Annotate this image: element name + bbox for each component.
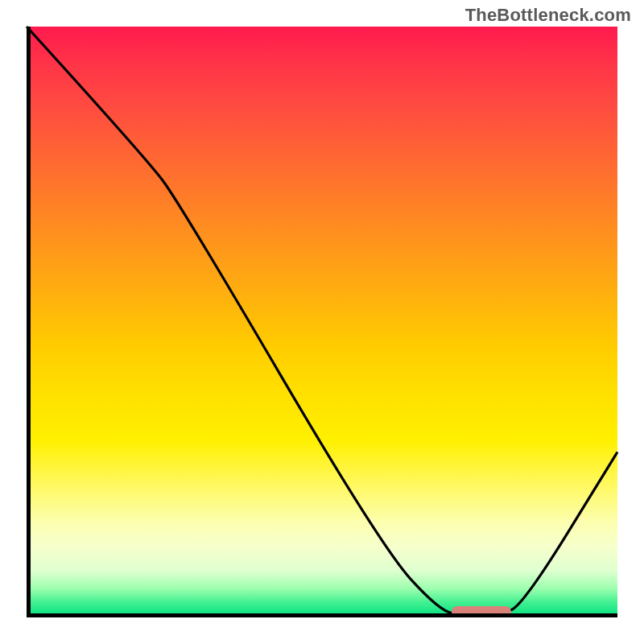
chart-frame: TheBottleneck.com: [0, 0, 644, 644]
highlight-marker: [452, 606, 510, 617]
plot-area: [27, 27, 617, 617]
line-series: [27, 27, 617, 617]
watermark-text: TheBottleneck.com: [465, 5, 631, 26]
curve-path: [27, 27, 617, 614]
